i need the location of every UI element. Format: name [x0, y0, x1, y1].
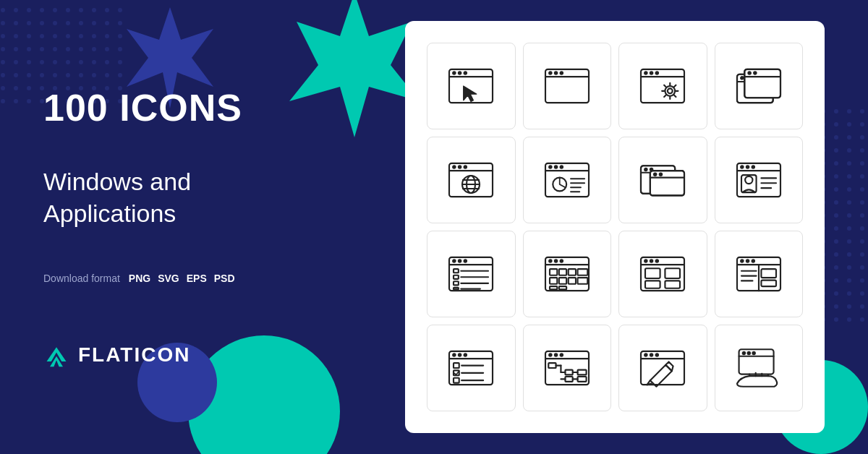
- svg-rect-155: [565, 377, 572, 382]
- svg-rect-106: [577, 269, 587, 275]
- svg-point-59: [560, 166, 562, 168]
- svg-point-102: [560, 260, 562, 262]
- svg-rect-15: [545, 69, 589, 103]
- icon-grid: [405, 21, 825, 433]
- svg-point-14: [464, 72, 467, 74]
- svg-point-164: [656, 354, 658, 356]
- svg-rect-118: [645, 268, 660, 278]
- svg-point-22: [644, 72, 647, 74]
- svg-point-163: [650, 354, 652, 356]
- svg-point-169: [742, 352, 744, 354]
- download-label: Download format: [43, 273, 120, 284]
- icon-window-grid-large: [618, 231, 707, 317]
- icon-window-settings: [618, 43, 707, 129]
- svg-point-19: [560, 72, 562, 74]
- svg-point-26: [668, 88, 673, 93]
- svg-line-31: [664, 85, 666, 87]
- icon-count-title: 100 ICONS: [43, 86, 333, 129]
- svg-point-124: [741, 260, 743, 262]
- format-psd: PSD: [214, 273, 235, 284]
- svg-rect-96: [454, 288, 459, 290]
- svg-point-126: [752, 260, 754, 262]
- icon-window-list: [427, 231, 516, 317]
- main-container: 100 ICONS Windows and Applications Downl…: [0, 0, 868, 454]
- svg-point-24: [656, 72, 658, 74]
- svg-point-115: [644, 260, 647, 262]
- format-svg: SVG: [158, 273, 179, 284]
- subtitle-line2: Applications: [43, 200, 176, 227]
- svg-point-73: [654, 174, 656, 176]
- format-eps: EPS: [187, 273, 207, 284]
- icon-window-split: [715, 231, 804, 317]
- svg-point-78: [746, 166, 749, 168]
- svg-point-116: [650, 260, 652, 262]
- svg-point-13: [459, 72, 461, 74]
- svg-point-146: [549, 354, 551, 356]
- logo-text: FLATICON: [78, 343, 190, 367]
- svg-point-79: [752, 166, 754, 168]
- svg-rect-94: [454, 281, 459, 285]
- svg-point-17: [549, 72, 551, 74]
- svg-point-147: [555, 354, 557, 356]
- icon-window-overlap: [618, 137, 707, 223]
- svg-point-87: [453, 260, 455, 262]
- svg-rect-157: [577, 370, 586, 375]
- svg-point-48: [459, 166, 461, 168]
- svg-rect-142: [454, 378, 459, 383]
- download-formats: PNG SVG EPS PSD: [129, 273, 235, 284]
- svg-point-23: [650, 72, 652, 74]
- svg-point-77: [741, 166, 743, 168]
- right-panel: [376, 7, 868, 447]
- svg-rect-105: [568, 269, 575, 275]
- subtitle-line1: Windows and: [43, 168, 191, 195]
- svg-point-58: [555, 166, 557, 168]
- svg-line-33: [664, 95, 666, 97]
- svg-rect-55: [545, 163, 589, 197]
- svg-point-43: [748, 72, 750, 74]
- left-panel: 100 ICONS Windows and Applications Downl…: [0, 43, 376, 411]
- svg-point-68: [644, 168, 647, 171]
- icon-window-profile: [715, 137, 804, 223]
- svg-point-44: [754, 72, 756, 74]
- icon-window-grid-small: [523, 231, 612, 317]
- svg-rect-111: [550, 286, 557, 289]
- icon-window-stack: [715, 43, 804, 129]
- icon-window-blank: [523, 43, 612, 129]
- svg-rect-104: [559, 269, 566, 275]
- svg-rect-121: [665, 280, 681, 288]
- svg-point-89: [464, 260, 467, 262]
- svg-point-136: [459, 354, 461, 356]
- svg-point-12: [453, 72, 455, 74]
- svg-point-47: [453, 166, 455, 168]
- format-png: PNG: [129, 273, 150, 284]
- svg-rect-112: [559, 286, 566, 289]
- svg-rect-159: [577, 377, 586, 382]
- svg-rect-20: [641, 69, 684, 103]
- icon-window-tree: [523, 325, 612, 411]
- icon-window-chart: [523, 137, 612, 223]
- icon-window-edit: [618, 325, 707, 411]
- svg-point-170: [747, 352, 749, 354]
- svg-rect-131: [761, 269, 776, 278]
- svg-line-34: [674, 85, 676, 87]
- icon-window-hand: [715, 325, 804, 411]
- svg-rect-138: [454, 363, 459, 368]
- svg-rect-108: [559, 278, 566, 284]
- flaticon-logo-icon: [43, 342, 69, 368]
- svg-rect-110: [577, 278, 587, 284]
- svg-point-88: [459, 260, 461, 262]
- svg-rect-109: [568, 278, 575, 284]
- svg-point-148: [560, 354, 562, 356]
- svg-point-74: [660, 174, 662, 176]
- svg-rect-119: [665, 268, 681, 278]
- svg-point-137: [464, 354, 467, 356]
- icon-window-checklist: [427, 325, 516, 411]
- svg-rect-90: [454, 269, 459, 273]
- svg-rect-149: [548, 363, 556, 368]
- svg-point-57: [549, 166, 551, 168]
- svg-rect-120: [645, 280, 660, 288]
- download-section: Download format PNG SVG EPS PSD: [43, 273, 333, 284]
- category-subtitle: Windows and Applications: [43, 166, 333, 229]
- svg-point-117: [656, 260, 658, 262]
- icon-window-cursor: [427, 43, 516, 129]
